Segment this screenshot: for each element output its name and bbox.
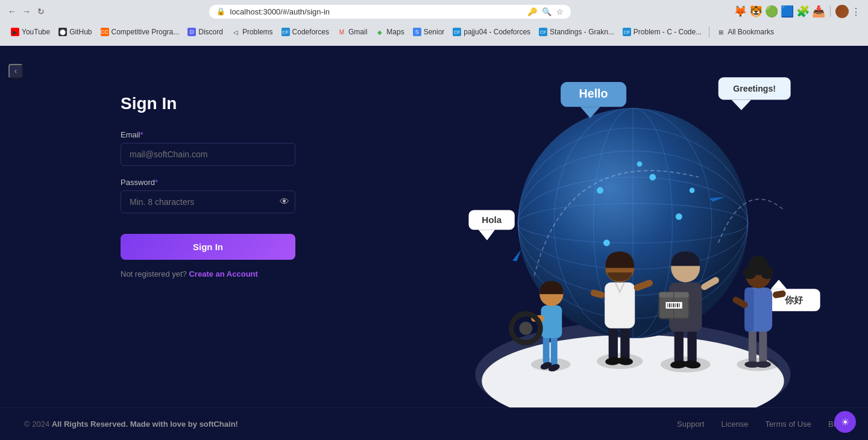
create-account-link[interactable]: Create an Account (189, 269, 257, 278)
svg-rect-73 (759, 328, 767, 365)
footer: © 2024 All Rights Reserved. Made with lo… (0, 407, 868, 440)
email-label: Email* (121, 130, 398, 139)
support-link[interactable]: Support (677, 420, 705, 429)
email-form-group: Email* (121, 130, 398, 166)
sign-in-button[interactable]: Sign In (121, 234, 295, 260)
toggle-password-icon[interactable]: 👁 (280, 196, 289, 207)
extension-icon-3[interactable]: 🟢 (765, 5, 778, 18)
browser-toolbar: ← → ↻ 🔒 localhost:3000/#/auth/sign-in 🔑 … (0, 0, 868, 23)
svg-rect-44 (609, 325, 618, 361)
problems-icon: ◁ (231, 28, 240, 36)
url-text: localhost:3000/#/auth/sign-in (230, 7, 330, 16)
search-icon: 🔍 (542, 7, 552, 16)
svg-marker-25 (732, 99, 752, 110)
toolbar-separator (830, 6, 831, 17)
svg-rect-45 (620, 325, 629, 361)
reload-button[interactable]: ↻ (36, 7, 46, 16)
password-input-wrapper: 👁 (121, 190, 295, 213)
page: ‹ Sign In Email* Password* 👁 Sign In Not… (0, 46, 868, 440)
footer-copyright: © 2024 All Rights Reserved. Made with lo… (24, 420, 238, 429)
svg-rect-72 (749, 328, 756, 365)
bookmark-problem-c[interactable]: CF Problem - C - Code... (619, 27, 705, 37)
password-input[interactable] (121, 190, 295, 213)
pajju-icon: CF (453, 28, 461, 36)
user-avatar[interactable] (835, 5, 849, 18)
url-bar[interactable]: 🔒 localhost:3000/#/auth/sign-in 🔑 🔍 ☆ (209, 5, 571, 19)
collapse-sidebar-button[interactable]: ‹ (8, 64, 23, 78)
back-button[interactable]: ← (7, 7, 17, 16)
svg-rect-54 (687, 328, 696, 365)
svg-rect-53 (675, 328, 684, 365)
svg-marker-31 (771, 280, 787, 289)
password-label: Password* (121, 178, 398, 187)
svg-point-12 (649, 174, 656, 181)
lock-icon: 🔒 (216, 7, 225, 16)
menu-icon[interactable]: ⋮ (851, 6, 861, 17)
standings-icon: CF (539, 28, 547, 36)
extension-icon-4[interactable]: 🟦 (781, 5, 794, 18)
svg-rect-77 (744, 288, 753, 332)
extension-icon-6[interactable]: 📥 (812, 5, 825, 18)
problem-c-icon: CF (623, 28, 631, 36)
codeforces-icon: CF (281, 28, 290, 36)
youtube-icon: ▶ (11, 28, 19, 36)
license-link[interactable]: License (722, 420, 749, 429)
competitive-icon: CC (101, 28, 109, 36)
register-prompt: Not registered yet? Create an Account (121, 269, 398, 278)
sign-in-form-panel: Sign In Email* Password* 👁 Sign In Not r… (0, 46, 398, 440)
svg-point-80 (743, 266, 756, 279)
github-icon: ⬤ (58, 28, 67, 36)
bookmarks-bar: ▶ YouTube ⬤ GitHub CC Competitive Progra… (0, 23, 868, 41)
bookmark-gmail[interactable]: M Gmail (334, 27, 371, 37)
bookmark-codeforces[interactable]: CF Codeforces (278, 27, 333, 37)
bookmarks-separator (709, 27, 709, 37)
svg-text:Greetings!: Greetings! (733, 84, 776, 93)
bookmark-maps[interactable]: ◆ Maps (372, 27, 407, 37)
theme-toggle-button[interactable]: ☀ (834, 411, 856, 433)
illustration-panel: Hello Greetings! Hola 你好 (398, 46, 868, 440)
svg-rect-48 (605, 282, 635, 328)
bookmark-competitive[interactable]: CC Competitive Progra... (97, 27, 183, 37)
discord-icon: D (187, 28, 196, 36)
bookmark-discord[interactable]: D Discord (184, 27, 227, 37)
footer-links: Support License Terms of Use Blog (677, 420, 844, 429)
bookmark-youtube[interactable]: ▶ YouTube (7, 27, 54, 37)
forward-button[interactable]: → (22, 7, 31, 16)
bookmark-github[interactable]: ⬤ GitHub (55, 27, 95, 37)
extension-icon-1[interactable]: 🦊 (734, 5, 747, 18)
browser-chrome: ← → ↻ 🔒 localhost:3000/#/auth/sign-in 🔑 … (0, 0, 868, 46)
svg-rect-38 (541, 306, 562, 339)
svg-point-81 (760, 266, 773, 279)
toolbar-right: 🦊 🐯 🟢 🟦 🧩 📥 ⋮ (734, 5, 861, 18)
bookmark-standings[interactable]: CF Standings - Grakn... (535, 27, 618, 37)
svg-point-42 (519, 322, 532, 335)
star-icon: ☆ (556, 7, 564, 16)
svg-text:Hello: Hello (579, 87, 608, 100)
bookmark-senior[interactable]: S Senior (409, 27, 448, 37)
bookmark-all[interactable]: ⊞ All Bookmarks (713, 27, 778, 37)
hero-illustration: Hello Greetings! Hola 你好 (398, 46, 868, 440)
gmail-icon: M (338, 28, 346, 36)
password-form-group: Password* 👁 (121, 178, 398, 213)
page-title: Sign In (121, 94, 398, 113)
email-input[interactable] (121, 143, 295, 166)
extension-icon-5[interactable]: 🧩 (796, 5, 810, 18)
maps-icon: ◆ (376, 28, 384, 36)
svg-point-16 (690, 187, 695, 193)
all-bookmarks-icon: ⊞ (717, 28, 725, 36)
svg-point-75 (755, 361, 771, 368)
svg-marker-28 (479, 230, 495, 240)
bookmark-problems[interactable]: ◁ Problems (228, 27, 277, 37)
svg-point-15 (637, 162, 643, 167)
svg-text:Hola: Hola (482, 215, 502, 225)
svg-point-14 (603, 240, 610, 247)
extension-icon-2[interactable]: 🐯 (749, 5, 763, 18)
svg-rect-34 (543, 335, 550, 365)
terms-link[interactable]: Terms of Use (765, 420, 811, 429)
svg-point-13 (676, 213, 682, 220)
senior-icon: S (413, 28, 421, 36)
svg-point-11 (597, 187, 603, 193)
svg-rect-35 (551, 335, 558, 368)
bookmark-pajju[interactable]: CF pajju04 - Codeforces (449, 27, 534, 37)
svg-text:你好: 你好 (784, 295, 804, 305)
